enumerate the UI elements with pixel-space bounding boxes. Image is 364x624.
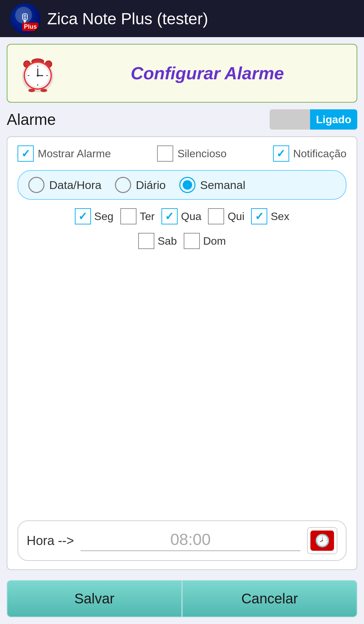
check-sex: ✓ (255, 210, 264, 223)
check-icon: ✓ (21, 147, 30, 160)
qui-label: Qui (228, 210, 244, 223)
qui-checkbox[interactable] (208, 208, 224, 224)
alarm-toggle[interactable]: Ligado (270, 109, 357, 130)
notificacao-label: Notificação (293, 147, 346, 160)
svg-point-15 (28, 89, 35, 92)
radio-data-hora-btn[interactable] (28, 177, 44, 193)
radio-diario[interactable]: Diário (115, 177, 166, 193)
qua-label: Qua (181, 210, 201, 223)
sex-label: Sex (271, 210, 289, 223)
bottom-buttons: Salvar Cancelar (7, 580, 357, 617)
time-value[interactable]: 08:00 (81, 530, 300, 551)
alarm-toggle-row: Alarme Ligado (7, 109, 357, 130)
seg-checkbox[interactable]: ✓ (75, 208, 91, 224)
dom-checkbox[interactable] (184, 233, 200, 249)
app-header: 🎙 Plus Zica Note Plus (tester) (0, 0, 364, 37)
radio-semanal[interactable]: Semanal (179, 177, 245, 193)
title-box: Configurar Alarme (7, 44, 357, 103)
toggle-off-side (270, 109, 310, 130)
alarm-label: Alarme (7, 110, 56, 129)
notificacao-checkbox[interactable]: ✓ (273, 145, 289, 162)
radio-diario-label: Diário (136, 179, 166, 192)
days-row-2: Sab Dom (18, 233, 346, 249)
ter-label: Ter (140, 210, 155, 223)
check-seg: ✓ (78, 210, 87, 223)
toggle-on-button[interactable]: Ligado (310, 109, 357, 130)
day-seg[interactable]: ✓ Seg (75, 208, 114, 224)
app-title: Zica Note Plus (tester) (47, 9, 208, 28)
day-sab[interactable]: Sab (138, 233, 177, 249)
time-label: Hora --> (27, 534, 74, 548)
save-button[interactable]: Salvar (7, 580, 182, 617)
dom-label: Dom (203, 235, 226, 247)
sex-checkbox[interactable]: ✓ (251, 208, 267, 224)
days-row-1: ✓ Seg Ter ✓ Qua Qui ✓ (18, 208, 346, 224)
day-dom[interactable]: Dom (184, 233, 226, 249)
main-content: Configurar Alarme Alarme Ligado ✓ Mostra… (0, 37, 364, 624)
radio-semanal-btn[interactable] (179, 177, 195, 193)
svg-point-16 (40, 89, 47, 92)
radio-semanal-label: Semanal (200, 179, 245, 192)
mic-icon: 🎙 (19, 11, 31, 26)
time-picker-button[interactable]: 🕗 (307, 527, 337, 554)
day-qua[interactable]: ✓ Qua (161, 208, 201, 224)
alarm-clock-icon (16, 50, 60, 97)
radio-diario-btn[interactable] (115, 177, 131, 193)
silencioso-option[interactable]: Silencioso (157, 145, 226, 162)
cancel-button[interactable]: Cancelar (182, 580, 357, 617)
mostrar-alarme-option[interactable]: ✓ Mostrar Alarme (18, 145, 111, 162)
schedule-radio-group: Data/Hora Diário Semanal (18, 170, 346, 200)
settings-panel: ✓ Mostrar Alarme Silencioso ✓ Notificaçã… (7, 136, 357, 570)
app-logo: 🎙 Plus (10, 3, 40, 34)
mostrar-alarme-label: Mostrar Alarme (38, 147, 111, 160)
notificacao-option[interactable]: ✓ Notificação (273, 145, 346, 162)
time-button-bg: 🕗 (310, 531, 334, 551)
qua-checkbox[interactable]: ✓ (161, 208, 178, 224)
silencioso-label: Silencioso (177, 147, 226, 160)
day-qui[interactable]: Qui (208, 208, 244, 224)
seg-label: Seg (94, 210, 114, 223)
sab-checkbox[interactable] (138, 233, 154, 249)
ter-checkbox[interactable] (120, 208, 136, 224)
day-sex[interactable]: ✓ Sex (251, 208, 289, 224)
sab-label: Sab (158, 235, 177, 247)
day-ter[interactable]: Ter (120, 208, 155, 224)
radio-selected-indicator (183, 180, 192, 190)
radio-data-hora[interactable]: Data/Hora (28, 177, 101, 193)
check-qua: ✓ (165, 210, 174, 223)
check-icon-2: ✓ (276, 147, 285, 160)
radio-data-hora-label: Data/Hora (49, 179, 101, 192)
svg-point-14 (37, 75, 39, 77)
silencioso-checkbox[interactable] (157, 145, 173, 162)
time-row: Hora --> 08:00 🕗 (18, 520, 346, 561)
mostrar-alarme-checkbox[interactable]: ✓ (18, 145, 34, 162)
options-row: ✓ Mostrar Alarme Silencioso ✓ Notificaçã… (18, 145, 346, 162)
clock-picker-icon: 🕗 (315, 534, 330, 548)
page-title: Configurar Alarme (66, 63, 348, 83)
